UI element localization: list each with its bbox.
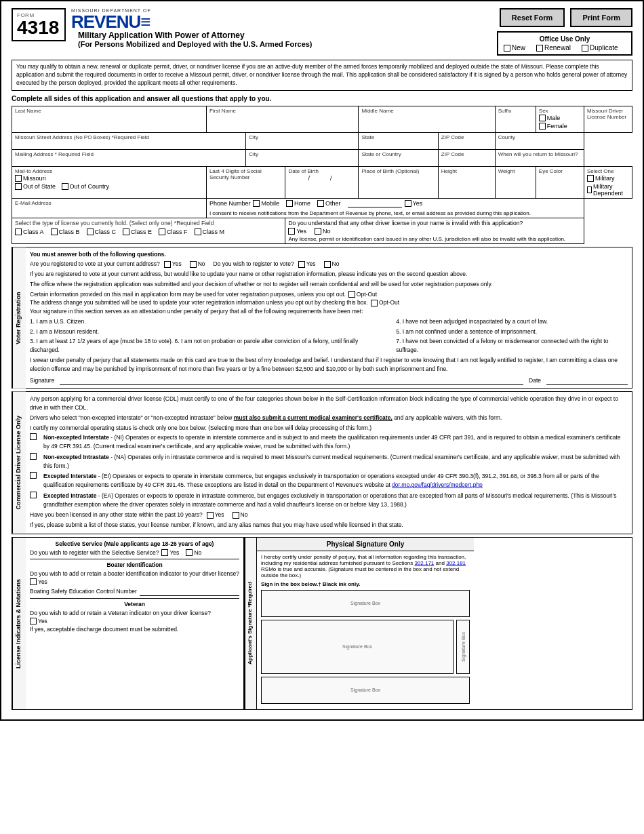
suffix-input[interactable] xyxy=(498,115,533,121)
class-e-option[interactable]: Class E xyxy=(123,229,152,235)
male-option[interactable]: Male xyxy=(539,115,561,121)
new-checkbox-label[interactable]: New xyxy=(504,44,525,52)
duplicate-checkbox[interactable] xyxy=(582,45,588,52)
veteran-yes-checkbox[interactable] xyxy=(30,618,37,624)
yes-consent-checkbox[interactable] xyxy=(405,200,411,207)
renewal-checkbox[interactable] xyxy=(536,45,543,52)
class-b-option[interactable]: Class B xyxy=(51,229,80,235)
state-country-input[interactable] xyxy=(361,158,435,165)
middle-name-input[interactable] xyxy=(361,115,491,121)
other-checkbox[interactable] xyxy=(317,200,324,207)
na-checkbox[interactable] xyxy=(30,453,37,460)
class-a-checkbox[interactable] xyxy=(15,229,22,235)
voter-q2-yes-checkbox[interactable] xyxy=(298,261,305,268)
reset-button[interactable]: Reset Form xyxy=(500,8,565,27)
last4-ssn-input[interactable] xyxy=(209,181,283,188)
ei-link[interactable]: dor.mo.gov/faq/drivers/medcert.php xyxy=(392,481,483,488)
voter-q1-no[interactable]: No xyxy=(190,260,205,269)
opt-out-1-checkbox[interactable] xyxy=(348,291,355,298)
voter-q1-yes-checkbox[interactable] xyxy=(164,261,171,268)
ea-option[interactable] xyxy=(30,492,37,498)
when-return-input[interactable] xyxy=(498,158,581,165)
boater-yes-option[interactable]: Yes xyxy=(30,578,47,585)
height-input[interactable] xyxy=(441,175,492,182)
class-b-checkbox[interactable] xyxy=(51,229,58,235)
mailing-input[interactable] xyxy=(15,158,243,165)
print-button[interactable]: Print Form xyxy=(570,8,632,27)
other-option[interactable]: Other xyxy=(317,200,341,207)
renewal-checkbox-label[interactable]: Renewal xyxy=(536,44,571,52)
military-dep-checkbox[interactable] xyxy=(587,186,592,193)
opt-out-1[interactable]: Opt-Out xyxy=(348,290,377,299)
dob-dd-input[interactable] xyxy=(310,175,329,182)
licensed-yes-checkbox[interactable] xyxy=(207,512,214,519)
missouri-checkbox[interactable] xyxy=(15,175,22,182)
email-input[interactable] xyxy=(15,207,203,214)
mail-zip-input[interactable] xyxy=(441,158,492,165)
selective-no-checkbox[interactable] xyxy=(186,549,193,556)
female-checkbox[interactable] xyxy=(539,123,546,130)
male-checkbox[interactable] xyxy=(539,115,546,121)
veteran-yes-option[interactable]: Yes xyxy=(30,618,47,624)
out-of-country-checkbox[interactable] xyxy=(62,183,68,190)
dob-yyyy-input[interactable] xyxy=(332,175,355,182)
voter-q1-no-checkbox[interactable] xyxy=(190,261,197,268)
link1[interactable]: 302.171 xyxy=(414,560,434,566)
boating-safety-line[interactable] xyxy=(140,587,239,596)
selective-yes[interactable]: Yes xyxy=(161,549,179,556)
voter-q2-yes[interactable]: Yes xyxy=(298,260,316,269)
class-e-checkbox[interactable] xyxy=(123,229,129,235)
class-c-checkbox[interactable] xyxy=(87,229,94,235)
opt-out-2-checkbox[interactable] xyxy=(371,300,378,306)
duplicate-checkbox-label[interactable]: Duplicate xyxy=(582,44,618,52)
out-of-state-option[interactable]: Out of State xyxy=(15,183,56,190)
na-option[interactable] xyxy=(30,453,37,460)
other-dl-yes[interactable]: Yes xyxy=(288,228,306,235)
voter-q2-no[interactable]: No xyxy=(324,260,340,269)
ni-checkbox[interactable] xyxy=(30,433,37,440)
class-c-option[interactable]: Class C xyxy=(87,229,117,235)
class-f-option[interactable]: Class F xyxy=(159,229,188,235)
licensed-yes[interactable]: Yes xyxy=(207,511,224,519)
mobile-option[interactable]: Mobile xyxy=(253,200,279,207)
class-m-checkbox[interactable] xyxy=(195,229,201,235)
other-dl-no[interactable]: No xyxy=(315,228,331,235)
state-input[interactable] xyxy=(361,141,435,148)
military-checkbox[interactable] xyxy=(587,175,594,182)
home-checkbox[interactable] xyxy=(286,200,293,207)
voter-signature-line[interactable] xyxy=(60,376,523,385)
other-dl-no-checkbox[interactable] xyxy=(315,228,321,235)
first-name-input[interactable] xyxy=(209,115,356,121)
selective-yes-checkbox[interactable] xyxy=(161,549,168,556)
ei-checkbox[interactable] xyxy=(30,472,37,479)
dob-mm-input[interactable] xyxy=(288,175,307,182)
voter-date-line[interactable] xyxy=(546,376,628,385)
missouri-option[interactable]: Missouri xyxy=(15,175,46,182)
military-dep-option[interactable]: Military Dependent xyxy=(587,183,625,197)
link2[interactable]: 302.181 xyxy=(446,560,466,566)
opt-out-2[interactable]: Opt-Out xyxy=(371,298,399,307)
military-option[interactable]: Military xyxy=(587,175,615,182)
yes-consent-option[interactable]: Yes xyxy=(405,200,423,207)
licensed-no[interactable]: No xyxy=(233,511,248,519)
other-dl-yes-checkbox[interactable] xyxy=(288,228,295,235)
ei-option[interactable] xyxy=(30,472,37,479)
last-name-input[interactable] xyxy=(15,115,203,121)
selective-no[interactable]: No xyxy=(186,549,201,556)
ea-checkbox[interactable] xyxy=(30,492,37,498)
mo-street-input[interactable] xyxy=(15,141,243,148)
home-option[interactable]: Home xyxy=(286,200,310,207)
county-input[interactable] xyxy=(498,141,581,148)
new-checkbox[interactable] xyxy=(504,45,510,52)
class-a-option[interactable]: Class A xyxy=(15,229,44,235)
voter-q1-yes[interactable]: Yes xyxy=(164,260,182,269)
mobile-checkbox[interactable] xyxy=(253,200,260,207)
female-option[interactable]: Female xyxy=(539,123,567,130)
licensed-no-checkbox[interactable] xyxy=(233,512,239,519)
out-of-state-checkbox[interactable] xyxy=(15,183,22,190)
out-of-country-option[interactable]: Out of Country xyxy=(62,183,110,190)
phone-input[interactable] xyxy=(348,200,402,207)
zip-input[interactable] xyxy=(441,141,492,148)
class-f-checkbox[interactable] xyxy=(159,229,165,235)
mo-dl-input[interactable] xyxy=(587,121,629,127)
